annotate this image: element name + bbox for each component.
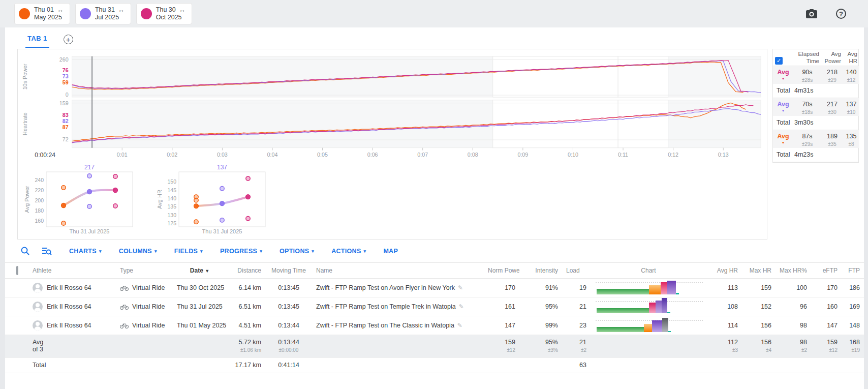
menu-columns[interactable]: COLUMNS▾ <box>119 248 157 255</box>
col-athlete[interactable]: Athlete <box>28 263 116 278</box>
activity-distance: 4.51 km <box>227 316 265 335</box>
activity-date: Thu 30 Oct 2025 <box>173 278 227 297</box>
load: 21 <box>562 297 591 316</box>
max-hr-pct: 96 <box>776 297 811 316</box>
load: 19 <box>562 278 591 297</box>
stats-total-label: Total <box>773 116 793 130</box>
activity-name[interactable]: Zwift - FTP Ramp Test on Temple Trek in … <box>316 303 456 310</box>
menu-fields[interactable]: FIELDS▾ <box>174 248 203 255</box>
svg-text:130: 130 <box>167 212 176 218</box>
max-hr: 159 <box>742 278 776 297</box>
edit-icon[interactable]: ✎ <box>457 322 462 329</box>
chevron-down-icon: ▾ <box>312 249 314 254</box>
col-type[interactable]: Type <box>116 263 173 278</box>
menu-actions[interactable]: ACTIONS▾ <box>331 248 366 255</box>
chip-date-line1: Thu 01 <box>34 6 54 14</box>
stats-header-elapsed: ElapsedTime <box>793 49 821 66</box>
svg-text:83: 83 <box>63 112 69 118</box>
add-tab-button[interactable]: + <box>64 35 73 44</box>
table-header-row: Athlete Type Date ▼ Distance Moving Time… <box>5 263 864 278</box>
chevron-down-icon: ▾ <box>200 249 203 254</box>
stats-avg-power: 218±29 <box>821 66 843 84</box>
col-date-sorted[interactable]: Date ▼ <box>173 263 227 278</box>
total-moving-time: 0:41:14 <box>265 357 312 373</box>
col-moving-time[interactable]: Moving Time <box>265 263 312 278</box>
max-hr: 152 <box>742 297 776 316</box>
col-eftp[interactable]: eFTP <box>811 263 842 278</box>
date-chip-oct[interactable]: Thu 30↔ Oct 2025 <box>136 3 192 24</box>
max-hr-pct: 100 <box>776 278 811 297</box>
stats-header-avg-hr: AvgHR <box>843 49 859 66</box>
select-all-checkbox[interactable]: ✓ <box>775 57 783 65</box>
avg-hr: 108 <box>706 297 742 316</box>
svg-text:0:09: 0:09 <box>517 152 528 158</box>
date-chip-may[interactable]: Thu 01↔ May 2025 <box>14 3 70 24</box>
select-all-rows-checkbox[interactable] <box>16 266 18 275</box>
svg-text:160: 160 <box>35 218 44 224</box>
series-dot-pink <box>141 8 152 19</box>
table-row[interactable]: Erik Il Rosso 64 Virtual Ride Thu 31 Jul… <box>5 297 864 316</box>
chip-date-line1: Thu 30 <box>156 6 176 14</box>
svg-text:180: 180 <box>35 207 44 214</box>
norm-power: 170 <box>484 278 519 297</box>
col-chart[interactable]: Chart <box>591 263 706 278</box>
menu-map[interactable]: MAP <box>383 248 398 255</box>
svg-text:0:01: 0:01 <box>117 152 128 158</box>
expand-triangle-icon[interactable]: ▼ <box>775 141 791 144</box>
screenshot-camera-icon[interactable] <box>805 7 818 20</box>
menu-progress[interactable]: PROGRESS▾ <box>220 248 262 255</box>
svg-text:140: 140 <box>167 195 176 201</box>
eftp: 147 <box>811 316 842 335</box>
athlete-name: Erik Il Rosso 64 <box>47 284 91 291</box>
activities-table: Athlete Type Date ▼ Distance Moving Time… <box>5 263 864 373</box>
max-hr: 156 <box>742 316 776 335</box>
stats-avg-label: Avg▼ <box>773 98 793 116</box>
edit-icon[interactable]: ✎ <box>459 303 464 310</box>
col-avg-hr[interactable]: Avg HR <box>706 263 742 278</box>
table-row[interactable]: Erik Il Rosso 64 Virtual Ride Thu 01 May… <box>5 316 864 335</box>
menu-options[interactable]: OPTIONS▾ <box>280 248 314 255</box>
stats-avg-hr: 137±10 <box>843 98 859 116</box>
norm-power: 161 <box>484 297 519 316</box>
svg-text:82: 82 <box>63 118 69 124</box>
avg-hr: 113 <box>706 278 742 297</box>
col-distance[interactable]: Distance <box>227 263 265 278</box>
stats-total-value: 4m23s <box>793 148 859 162</box>
col-max-hr[interactable]: Max HR <box>742 263 776 278</box>
search-icon[interactable] <box>20 246 30 256</box>
edit-icon[interactable]: ✎ <box>458 284 463 291</box>
col-name[interactable]: Name <box>312 263 484 278</box>
col-load[interactable]: Load <box>562 263 591 278</box>
svg-text:0:11: 0:11 <box>618 152 628 158</box>
activity-date: Thu 31 Jul 2025 <box>173 297 227 316</box>
activity-moving-time: 0:13:45 <box>265 297 312 316</box>
avatar <box>33 302 43 312</box>
expand-triangle-icon[interactable]: ▼ <box>775 109 791 112</box>
help-icon[interactable]: ? <box>834 7 848 20</box>
power-zone-chart <box>595 298 704 314</box>
avg-power-scatter-chart[interactable]: 240220200180160217Avg PowerThu 31 Jul 20… <box>23 164 142 235</box>
chevron-down-icon: ▾ <box>364 249 366 254</box>
svg-text:Thu 31 Jul 2025: Thu 31 Jul 2025 <box>70 228 110 234</box>
col-max-hr-pct[interactable]: Max HR% <box>776 263 811 278</box>
filter-search-icon[interactable] <box>41 246 52 256</box>
col-ftp[interactable]: FTP <box>842 263 864 278</box>
expand-triangle-icon[interactable]: ▼ <box>775 77 791 80</box>
activity-name[interactable]: Zwift - FTP Ramp Test on The Classic in … <box>316 322 454 329</box>
athlete-name: Erik Il Rosso 64 <box>47 303 91 310</box>
table-row[interactable]: Erik Il Rosso 64 Virtual Ride Thu 30 Oct… <box>5 278 864 297</box>
col-norm-power[interactable]: Norm Power <box>484 263 519 278</box>
avg-label: Avg <box>33 339 112 346</box>
date-chip-jul[interactable]: Thu 31↔ Jul 2025 <box>75 3 131 24</box>
stats-avg-elapsed: 87s±29s <box>793 130 821 148</box>
svg-text:0:02: 0:02 <box>167 152 177 158</box>
svg-text:137: 137 <box>217 164 227 171</box>
tab-1[interactable]: TAB 1 <box>25 35 49 48</box>
total-row: Total 17.17 km 0:41:14 63 <box>5 357 864 373</box>
activity-name[interactable]: Zwift - FTP Ramp Test on Avon Flyer in N… <box>316 284 455 291</box>
col-intensity[interactable]: Intensity <box>519 263 562 278</box>
power-hr-line-chart[interactable]: 26007673591597283828710s PowerHeartrate0… <box>20 52 765 161</box>
ftp: 169 <box>842 297 864 316</box>
menu-charts[interactable]: CHARTS▾ <box>69 248 102 255</box>
avg-hr-scatter-chart[interactable]: 150145140135130125137Avg HRThu 31 Jul 20… <box>156 164 275 235</box>
